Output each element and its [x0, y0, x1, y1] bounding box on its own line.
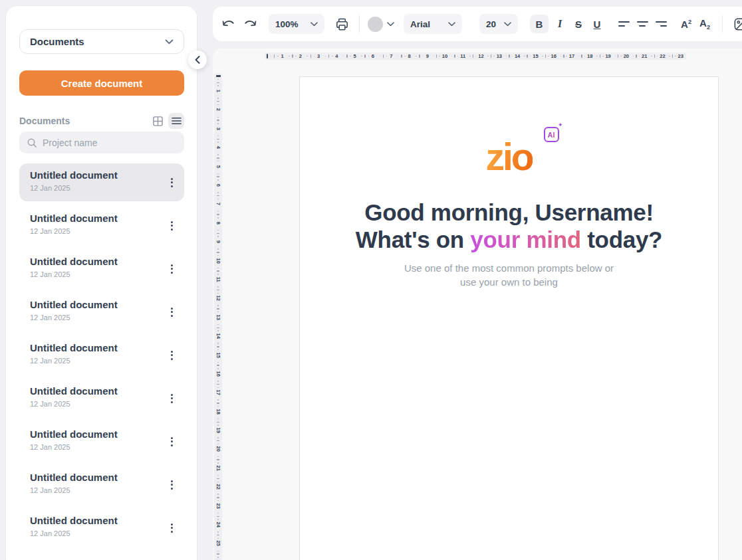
- document-title: Untitled document: [30, 428, 174, 440]
- font-family-value: Arial: [410, 19, 430, 29]
- documents-section-label: Documents: [19, 116, 150, 126]
- document-date: 12 Jan 2025: [30, 270, 174, 278]
- document-date: 12 Jan 2025: [30, 400, 174, 408]
- undo-button[interactable]: [219, 15, 238, 33]
- zio-logo: zio AI ✦: [485, 138, 532, 176]
- document-title: Untitled document: [30, 213, 174, 224]
- font-family-select[interactable]: Arial: [404, 14, 462, 34]
- document-list-item[interactable]: Untitled document12 Jan 2025: [19, 207, 184, 244]
- align-left-button[interactable]: [614, 15, 633, 33]
- kebab-menu-icon[interactable]: [168, 347, 176, 363]
- underline-button[interactable]: U: [588, 15, 606, 33]
- kebab-menu-icon[interactable]: [168, 261, 176, 277]
- kebab-menu-icon[interactable]: [168, 175, 176, 191]
- vertical-ruler: 1234567891011121314151617181920212223242…: [214, 73, 222, 560]
- kebab-menu-icon[interactable]: [168, 434, 176, 450]
- zio-logo-text: zio: [485, 136, 532, 178]
- document-title: Untitled document: [30, 299, 174, 310]
- kebab-menu-icon[interactable]: [168, 218, 176, 234]
- sparkle-icon: ✦: [558, 122, 563, 128]
- chevron-down-icon: [448, 22, 455, 27]
- text-color-picker[interactable]: [368, 17, 394, 32]
- image-icon: [733, 17, 742, 32]
- document-list-item[interactable]: Untitled document12 Jan 2025: [19, 293, 184, 331]
- font-size-value: 20: [486, 19, 496, 29]
- kebab-menu-icon[interactable]: [168, 520, 176, 536]
- grid-view-icon[interactable]: [150, 113, 166, 129]
- kebab-menu-icon[interactable]: [168, 304, 176, 320]
- strikethrough-button[interactable]: S: [569, 15, 588, 33]
- list-view-icon[interactable]: [168, 113, 184, 129]
- horizontal-ruler: 1234567891011121314151617181920212223: [265, 52, 686, 60]
- chevron-left-icon: [195, 56, 200, 64]
- document-date: 12 Jan 2025: [30, 357, 174, 365]
- document-title: Untitled document: [30, 472, 174, 483]
- create-document-button[interactable]: Create document: [19, 70, 184, 96]
- document-page[interactable]: zio AI ✦ Good morning, Username! What's …: [299, 76, 719, 560]
- document-title: Untitled document: [30, 169, 174, 181]
- chevron-down-icon: [387, 22, 394, 27]
- document-list-item[interactable]: Untitled document12 Jan 2025: [19, 422, 184, 460]
- bold-button[interactable]: B: [530, 15, 549, 33]
- document-list-item[interactable]: Untitled document12 Jan 2025: [19, 250, 184, 288]
- kebab-menu-icon[interactable]: [168, 477, 176, 493]
- zoom-value: 100%: [275, 19, 299, 29]
- document-list-item[interactable]: Untitled document12 Jan 2025: [19, 336, 184, 374]
- chevron-down-icon: [310, 22, 318, 27]
- chevron-down-icon: [165, 39, 174, 45]
- search-input[interactable]: [43, 138, 177, 148]
- chevron-down-icon: [504, 22, 511, 27]
- align-left-icon: [618, 21, 630, 27]
- undo-icon: [221, 17, 236, 31]
- search-box: [19, 132, 184, 153]
- italic-button[interactable]: I: [551, 15, 569, 33]
- document-list-item[interactable]: Untitled document12 Jan 2025: [19, 163, 184, 201]
- document-title: Untitled document: [30, 342, 174, 353]
- subtitle-line1: Use one of the most common prompts below…: [300, 261, 718, 275]
- editor-canvas: 1234567891011121314151617181920212223 12…: [213, 48, 742, 560]
- document-date: 12 Jan 2025: [30, 529, 174, 537]
- toolbar-divider: [722, 15, 723, 33]
- print-button[interactable]: [332, 15, 351, 33]
- align-right-icon: [656, 21, 667, 27]
- document-title: Untitled document: [30, 515, 174, 526]
- subscript-button[interactable]: A2: [695, 15, 714, 33]
- workspace-selector-label: Documents: [30, 36, 84, 47]
- document-date: 12 Jan 2025: [30, 486, 174, 494]
- greeting-line2: What's on your mind today?: [300, 226, 718, 253]
- document-date: 12 Jan 2025: [30, 227, 174, 235]
- toolbar-divider: [359, 15, 360, 33]
- greeting-line1: Good morning, Username!: [300, 199, 718, 226]
- font-size-select[interactable]: 20: [479, 14, 518, 34]
- document-list-item[interactable]: Untitled document12 Jan 2025: [19, 466, 184, 504]
- document-list-item[interactable]: Untitled document12 Jan 2025: [19, 379, 184, 417]
- document-date: 12 Jan 2025: [30, 314, 174, 322]
- sidebar-collapse-button[interactable]: [188, 50, 207, 69]
- align-center-icon: [637, 21, 648, 27]
- redo-icon: [243, 17, 257, 31]
- sidebar-panel: Documents Create document Documents Unti…: [5, 5, 197, 560]
- document-date: 12 Jan 2025: [30, 184, 174, 192]
- align-right-button[interactable]: [652, 15, 670, 33]
- workspace-selector-dropdown[interactable]: Documents: [19, 29, 184, 54]
- greeting-heading: Good morning, Username! What's on your m…: [300, 199, 718, 253]
- greeting-subtitle: Use one of the most common prompts below…: [300, 261, 718, 289]
- documents-section-header: Documents: [19, 113, 184, 129]
- document-title: Untitled document: [30, 385, 174, 397]
- document-date: 12 Jan 2025: [30, 443, 174, 451]
- editor-toolbar: 100% Arial 20 B I S U A2 A2: [213, 7, 742, 41]
- redo-button[interactable]: [241, 15, 259, 33]
- search-icon: [27, 138, 37, 148]
- document-list-item[interactable]: Untitled document12 Jan 2025: [19, 509, 184, 547]
- kebab-menu-icon[interactable]: [168, 391, 176, 407]
- align-center-button[interactable]: [633, 15, 652, 33]
- greeting-highlight: your mind: [470, 227, 580, 252]
- insert-image-button[interactable]: [731, 15, 742, 33]
- document-list: Untitled document12 Jan 2025Untitled doc…: [19, 163, 184, 547]
- subtitle-line2: use your own to being: [300, 275, 718, 289]
- ai-badge: AI ✦: [544, 127, 559, 142]
- zoom-select[interactable]: 100%: [269, 14, 324, 34]
- document-title: Untitled document: [30, 256, 174, 267]
- superscript-button[interactable]: A2: [677, 15, 695, 33]
- color-swatch-icon: [368, 17, 383, 32]
